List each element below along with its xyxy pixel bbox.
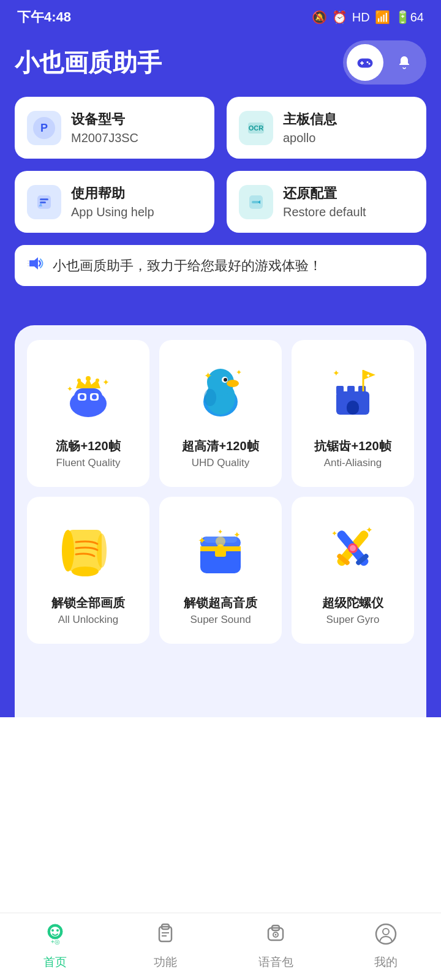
super-sound-title: 解锁超高音质: [184, 595, 257, 611]
board-info-text: 主板信息 apollo: [283, 110, 414, 145]
super-gyro-icon: ✦ ✦: [316, 511, 390, 585]
all-unlocking-sub: All Unlocking: [58, 614, 118, 626]
svg-point-27: [96, 379, 99, 382]
svg-rect-42: [358, 386, 366, 394]
white-section: ✦ ✦ 流畅+120帧 Fluent Quality: [15, 325, 426, 717]
super-gyro-card[interactable]: ✦ ✦ 超级陀螺仪 Super Gyro: [292, 497, 414, 644]
svg-point-71: [51, 929, 54, 932]
svg-rect-40: [336, 386, 344, 394]
fluent-quality-icon: ✦ ✦: [51, 355, 125, 428]
nav-home-label: 首页: [43, 954, 67, 970]
restore-default-icon: [239, 185, 273, 219]
alarm-icon: ⏰: [332, 10, 347, 24]
svg-text:✦: ✦: [366, 372, 371, 379]
app-title: 小也画质助手: [15, 46, 162, 80]
uhd-quality-card[interactable]: ✦ ✦ 超高清+120帧 UHD Quality: [159, 340, 282, 487]
svg-point-26: [77, 379, 81, 382]
fluent-quality-title: 流畅+120帧: [56, 438, 120, 454]
app-help-icon: [27, 185, 61, 219]
board-info-value: apollo: [283, 131, 414, 145]
data-icon: HD: [352, 10, 370, 24]
svg-text:✦: ✦: [233, 530, 241, 540]
super-sound-icon: ✦ ✦ ✦: [184, 511, 257, 585]
super-gyro-title: 超级陀螺仪: [322, 595, 383, 611]
blue-section: P 设备型号 M2007J3SC OCR 主板信息 apollo: [0, 97, 441, 311]
voice-pack-icon: [265, 923, 287, 951]
all-unlocking-title: 解锁全部画质: [51, 595, 125, 611]
all-unlocking-icon: [51, 511, 125, 585]
svg-rect-59: [215, 548, 226, 557]
app-help-subtitle: App Using help: [71, 205, 202, 219]
svg-text:OCR: OCR: [249, 124, 264, 132]
uhd-quality-sub: UHD Quality: [192, 457, 249, 469]
svg-point-4: [367, 61, 369, 63]
svg-point-22: [80, 394, 85, 399]
bell-button[interactable]: [386, 44, 423, 81]
features-icon: [154, 923, 176, 951]
nav-features-label: 功能: [154, 954, 177, 970]
help-cards-row: 使用帮助 App Using help 还原配置 Restore default: [15, 171, 426, 233]
fluent-quality-sub: Fluent Quality: [56, 457, 121, 469]
device-model-value: M2007J3SC: [71, 131, 202, 145]
feature-section: ✦ ✦ 流畅+120帧 Fluent Quality: [0, 311, 441, 717]
info-cards-row: P 设备型号 M2007J3SC OCR 主板信息 apollo: [15, 97, 426, 159]
app-header: 小也画质助手: [0, 34, 441, 97]
gamepad-button[interactable]: [347, 44, 383, 81]
all-unlocking-card[interactable]: 解锁全部画质 All Unlocking: [27, 497, 149, 644]
anti-aliasing-icon: ✦ ✦: [316, 355, 390, 428]
status-icons: 🔕 ⏰ HD 📶 🔋64: [312, 10, 424, 24]
fluent-quality-card[interactable]: ✦ ✦ 流畅+120帧 Fluent Quality: [27, 340, 149, 487]
nav-profile-label: 我的: [374, 954, 398, 970]
battery-icon: 🔋64: [395, 10, 424, 24]
nav-profile[interactable]: 我的: [331, 913, 441, 980]
signal-icon: 📶: [375, 10, 390, 24]
uhd-quality-title: 超高清+120帧: [182, 438, 258, 454]
svg-text:+◎: +◎: [51, 938, 60, 945]
svg-text:✦: ✦: [102, 377, 110, 387]
device-model-icon: P: [27, 111, 61, 145]
marquee-banner: 小也画质助手，致力于给您最好的游戏体验！: [15, 245, 426, 286]
svg-rect-43: [347, 401, 359, 415]
svg-text:✦: ✦: [331, 529, 337, 538]
anti-aliasing-sub: Anti-Aliasing: [324, 457, 382, 469]
marquee-text: 小也画质助手，致力于给您最好的游戏体验！: [53, 257, 322, 275]
svg-point-5: [369, 63, 371, 65]
restore-default-title: 还原配置: [283, 184, 414, 203]
restore-default-subtitle: Restore default: [283, 205, 414, 219]
svg-point-66: [350, 545, 356, 551]
anti-aliasing-card[interactable]: ✦ ✦ 抗锯齿+120帧 Anti-Aliasing: [292, 340, 414, 487]
svg-rect-11: [40, 198, 48, 200]
restore-default-card[interactable]: 还原配置 Restore default: [227, 171, 426, 233]
svg-text:P: P: [40, 122, 48, 134]
super-sound-sub: Super Sound: [190, 614, 251, 626]
device-model-title: 设备型号: [71, 110, 202, 129]
status-time: 下午4:48: [17, 8, 71, 26]
svg-point-83: [383, 929, 389, 935]
app-help-card[interactable]: 使用帮助 App Using help: [15, 171, 214, 233]
nav-features[interactable]: 功能: [110, 913, 221, 980]
nav-voice-pack[interactable]: 语音包: [221, 913, 331, 980]
svg-point-49: [62, 530, 74, 571]
board-info-title: 主板信息: [283, 110, 414, 129]
nav-home[interactable]: +◎ 首页: [0, 913, 110, 980]
svg-point-72: [56, 929, 59, 932]
speaker-icon: [27, 255, 45, 276]
restore-default-text: 还原配置 Restore default: [283, 184, 414, 219]
bottom-nav: +◎ 首页 功能 语音包: [0, 913, 441, 980]
super-gyro-sub: Super Gyro: [326, 614, 380, 626]
profile-icon: [375, 923, 397, 951]
svg-rect-41: [347, 386, 355, 394]
status-bar: 下午4:48 🔕 ⏰ HD 📶 🔋64: [0, 0, 441, 34]
app-help-text: 使用帮助 App Using help: [71, 184, 202, 219]
svg-rect-12: [40, 202, 46, 203]
feature-grid: ✦ ✦ 流畅+120帧 Fluent Quality: [27, 340, 414, 644]
board-info-icon: OCR: [239, 111, 273, 145]
board-info-card[interactable]: OCR 主板信息 apollo: [227, 97, 426, 159]
header-buttons: [343, 40, 426, 85]
device-model-card[interactable]: P 设备型号 M2007J3SC: [15, 97, 214, 159]
svg-rect-15: [252, 201, 259, 203]
svg-point-60: [216, 537, 225, 546]
super-sound-card[interactable]: ✦ ✦ ✦ 解锁超高音质 Super Sound: [159, 497, 282, 644]
svg-point-25: [86, 376, 91, 381]
svg-point-33: [227, 380, 239, 387]
